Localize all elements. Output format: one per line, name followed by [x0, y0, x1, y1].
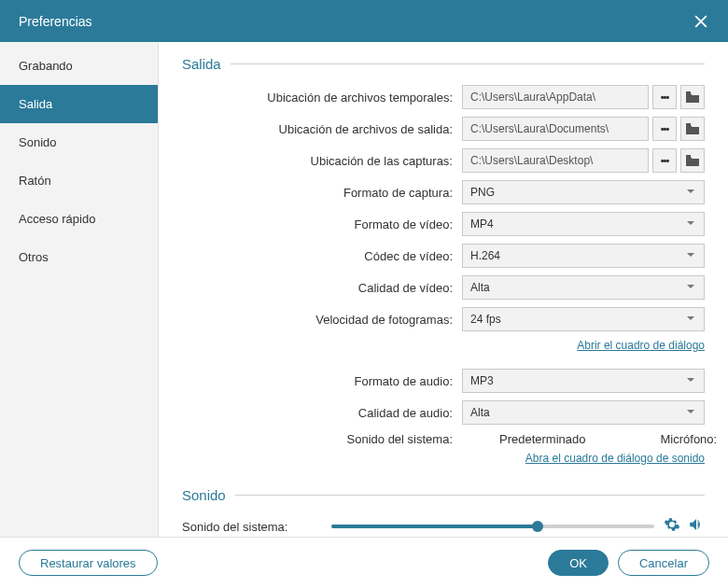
capture-path-open-folder-icon[interactable]: [680, 148, 705, 173]
sidebar-item-sound[interactable]: Sonido: [0, 123, 158, 161]
chevron-down-icon: [685, 186, 696, 200]
chevron-down-icon: [685, 313, 696, 327]
chevron-down-icon: [685, 249, 696, 263]
svg-rect-1: [686, 123, 691, 125]
sidebar-item-shortcuts[interactable]: Acceso rápido: [0, 200, 158, 238]
capture-format-select[interactable]: PNG: [462, 180, 705, 204]
video-format-select[interactable]: MP4: [462, 212, 705, 236]
footer: Restaurar valores OK Cancelar: [0, 537, 728, 588]
section-heading-output: Salida: [182, 56, 705, 72]
sidebar-item-mouse[interactable]: Ratón: [0, 161, 158, 200]
capture-path-browse-button[interactable]: •••: [652, 148, 677, 173]
system-sound-device-value: Predeterminado: [499, 432, 586, 446]
sidebar-item-others[interactable]: Otros: [0, 238, 158, 276]
sidebar-item-output[interactable]: Salida: [0, 85, 158, 123]
chevron-down-icon: [685, 217, 696, 231]
video-format-label: Formato de vídeo:: [182, 217, 462, 231]
svg-rect-0: [686, 91, 691, 93]
system-sound-device-label: Sonido del sistema:: [182, 432, 462, 446]
audio-format-select[interactable]: MP3: [462, 369, 705, 393]
cancel-button[interactable]: Cancelar: [618, 550, 709, 576]
temp-path-open-folder-icon[interactable]: [680, 85, 705, 109]
chevron-down-icon: [685, 281, 696, 295]
fps-label: Velocidad de fotogramas:: [182, 313, 462, 327]
audio-format-label: Formato de audio:: [182, 374, 462, 388]
temp-path-input[interactable]: C:\Users\Laura\AppData\: [462, 85, 649, 109]
speaker-icon[interactable]: [688, 516, 705, 537]
chevron-down-icon: [685, 406, 696, 420]
capture-path-label: Ubicación de las capturas:: [182, 154, 462, 168]
system-sound-slider[interactable]: [331, 517, 654, 536]
chevron-down-icon: [685, 374, 696, 388]
sidebar: Grabando Salida Sonido Ratón Acceso rápi…: [0, 42, 159, 537]
gear-icon[interactable]: [664, 516, 680, 537]
audio-quality-select[interactable]: Alta: [462, 400, 705, 425]
system-sound-slider-label: Sonido del sistema:: [182, 520, 322, 534]
section-heading-sound: Sonido: [182, 487, 705, 503]
mic-device-label: Micrófono:: [661, 432, 718, 446]
restore-defaults-button[interactable]: Restaurar valores: [19, 550, 158, 576]
output-path-input[interactable]: C:\Users\Laura\Documents\: [462, 117, 649, 141]
temp-path-browse-button[interactable]: •••: [652, 85, 677, 109]
open-dialog-link[interactable]: Abrir el cuadro de diálogo: [577, 339, 705, 352]
video-quality-label: Calidad de vídeo:: [182, 281, 462, 295]
video-codec-select[interactable]: H.264: [462, 244, 705, 268]
capture-format-label: Formato de captura:: [182, 186, 462, 200]
output-path-browse-button[interactable]: •••: [652, 117, 677, 141]
temp-path-label: Ubicación de archivos temporales:: [182, 91, 462, 105]
video-quality-select[interactable]: Alta: [462, 275, 705, 300]
output-path-open-folder-icon[interactable]: [680, 117, 705, 141]
video-codec-label: Códec de vídeo:: [182, 249, 462, 263]
sidebar-item-recording[interactable]: Grabando: [0, 47, 158, 85]
close-icon[interactable]: [693, 13, 709, 30]
open-sound-dialog-link[interactable]: Abra el cuadro de diálogo de sonido: [525, 452, 705, 465]
main-panel: Salida Ubicación de archivos temporales:…: [159, 42, 728, 537]
capture-path-input[interactable]: C:\Users\Laura\Desktop\: [462, 148, 649, 173]
output-path-label: Ubicación de archivos de salida:: [182, 122, 462, 136]
svg-rect-2: [686, 155, 691, 157]
titlebar: Preferencias: [0, 0, 728, 42]
window-title: Preferencias: [19, 14, 92, 29]
ok-button[interactable]: OK: [548, 550, 609, 576]
fps-select[interactable]: 24 fps: [462, 307, 705, 331]
audio-quality-label: Calidad de audio:: [182, 406, 462, 420]
